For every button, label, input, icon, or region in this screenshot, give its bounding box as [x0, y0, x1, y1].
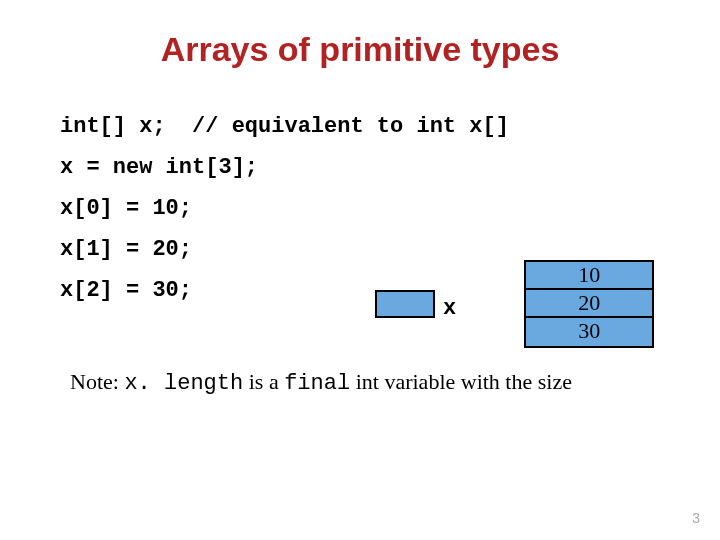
note-code-final: final [284, 371, 350, 396]
decl-comment: // equivalent to int x[] [192, 114, 509, 139]
note-prefix: Note: [70, 369, 124, 394]
reference-box [375, 290, 435, 318]
note-suffix: int variable with the size [350, 369, 572, 394]
code-line-new: x = new int[3]; [60, 155, 660, 180]
code-line-decl: int[] x; // equivalent to int x[] [60, 114, 660, 139]
code-line-assign-1: x[1] = 20; [60, 237, 660, 262]
array-cell-2: 30 [526, 318, 652, 346]
page-number: 3 [692, 510, 700, 526]
decl-code: int[] x; [60, 114, 166, 139]
note-code-length: x. length [124, 371, 243, 396]
array-box: 10 20 30 [524, 260, 654, 348]
reference-label: x [443, 296, 456, 321]
code-line-assign-0: x[0] = 10; [60, 196, 660, 221]
reference-group: x [375, 288, 456, 321]
slide-title: Arrays of primitive types [0, 0, 720, 69]
array-cell-1: 20 [526, 290, 652, 318]
note-mid: is a [243, 369, 284, 394]
array-diagram: x 10 20 30 [375, 260, 654, 348]
array-cell-0: 10 [526, 262, 652, 290]
